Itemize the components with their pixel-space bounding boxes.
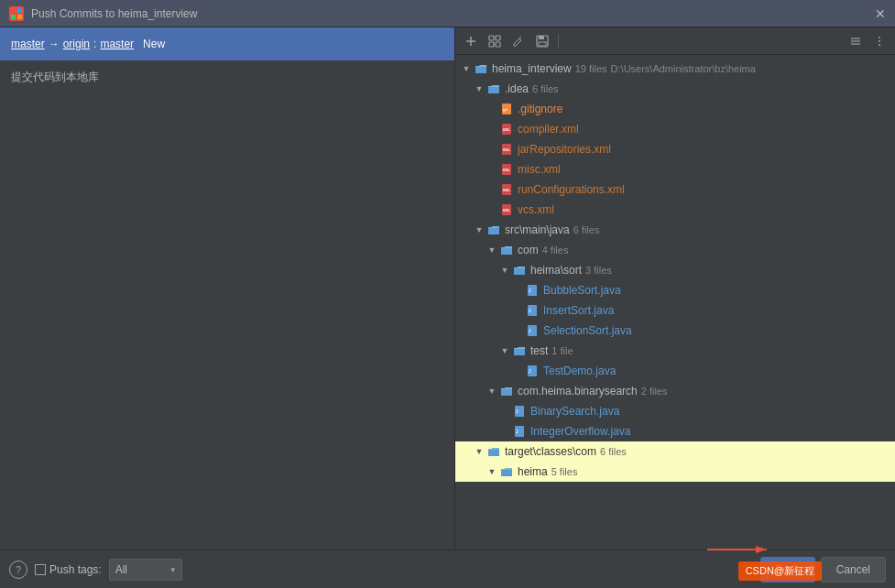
branch-arrow: → [49,38,60,50]
svg-text:XML: XML [503,147,511,152]
root-file-count: 19 files [575,63,607,74]
svg-rect-12 [539,36,544,39]
colon-separator: : [93,38,96,50]
target-folder-name: target\classes\com [505,445,596,458]
chevron-icon: ▼ [486,245,497,256]
run-xml-name: runConfigurations.xml [518,183,625,196]
folder-icon [474,63,488,74]
com-file-count: 4 files [542,245,569,256]
tree-item-compiler-xml[interactable]: ▶ XML compiler.xml [455,119,895,139]
close-button[interactable]: ✕ [875,6,886,21]
chevron-icon: ▼ [474,446,485,457]
svg-text:XML: XML [503,188,511,192]
tree-item-binarysearch[interactable]: ▶ J BinarySearch.java [455,401,895,421]
java-icon: J [512,404,527,419]
com-folder-name: com [518,244,539,256]
push-tags-label: Push tags: [35,563,102,576]
edit-button[interactable] [508,31,529,51]
tree-item-testdemo[interactable]: ▶ J TestDemo.java [455,361,895,381]
svg-line-10 [519,37,521,38]
tree-item-misc-xml[interactable]: ▶ XML misc.xml [455,159,895,180]
help-button[interactable]: ? [9,561,27,579]
tree-item-insertsort[interactable]: ▶ J InsertSort.java [455,300,895,321]
folder-icon [486,224,501,235]
master-branch-link[interactable]: master [11,38,45,50]
collapse-button[interactable] [846,31,866,51]
testdemo-name: TestDemo.java [543,365,616,377]
content-area: master → origin : master New 提交代码到本地库 [0,27,895,550]
tree-item-intoverflow[interactable]: ▶ J IntegerOverflow.java [455,421,895,441]
tree-item-heimasort[interactable]: ▼ heima\sort 3 files [455,260,895,280]
folder-icon [499,386,514,397]
tree-item-target[interactable]: ▼ target\classes\com 6 files [455,441,895,462]
folder-icon [486,83,501,94]
app-icon [9,6,24,21]
tree-item-bubblesort[interactable]: ▶ J BubbleSort.java [455,280,895,300]
intoverflow-name: IntegerOverflow.java [530,425,630,438]
chevron-icon: ▼ [499,345,510,356]
idea-file-count: 6 files [532,83,559,94]
svg-point-19 [879,44,880,46]
java-icon: J [525,323,540,338]
svg-rect-0 [11,8,16,13]
push-tags-checkbox[interactable] [35,564,46,575]
save-button[interactable] [532,31,552,51]
src-folder-name: src\main\java [505,223,570,236]
folder-icon [499,245,514,256]
svg-rect-13 [539,42,546,46]
svg-rect-6 [489,36,494,40]
tree-item-com[interactable]: ▼ com 4 files [455,240,895,260]
tree-item-idea[interactable]: ▼ .idea 6 files [455,79,895,99]
tree-root[interactable]: ▼ heima_interview 19 files D:\Users\Admi… [455,59,895,79]
tree-item-test[interactable]: ▼ test 1 file [455,341,895,361]
tree-item-gitignore[interactable]: ▶ git .gitignore [455,99,895,119]
new-badge: New [143,38,165,50]
src-file-count: 6 files [573,224,600,235]
bottom-bar: ? Push tags: All None Push Cancel CSDN [0,550,895,588]
misc-xml-name: misc.xml [518,163,561,176]
tree-item-selectionsort[interactable]: ▶ J SelectionSort.java [455,321,895,341]
file-tree[interactable]: ▼ heima_interview 19 files D:\Users\Admi… [455,55,895,550]
folder-icon [512,265,527,276]
push-tags-dropdown-wrapper[interactable]: All None [109,559,182,581]
tree-item-comheima[interactable]: ▼ com.heima.binarysearch 2 files [455,381,895,401]
tree-view-button[interactable] [485,31,505,51]
comheima-folder-name: com.heima.binarysearch [518,385,638,397]
comheima-file-count: 2 files [641,386,668,397]
pin-button[interactable] [461,31,481,51]
java-icon: J [512,424,527,439]
main-window: Push Commits to heima_interview ✕ master… [0,0,895,588]
svg-text:XML: XML [503,208,511,212]
xml-icon: XML [499,142,514,157]
tree-item-run-xml[interactable]: ▶ XML runConfigurations.xml [455,180,895,200]
tree-item-src[interactable]: ▼ src\main\java 6 files [455,220,895,240]
heima5-file-count: 5 files [551,466,578,477]
more-button[interactable] [869,31,890,51]
svg-rect-3 [17,15,22,19]
test-folder-name: test [530,344,548,357]
jar-xml-name: jarRepositories.xml [518,143,611,156]
heimasort-folder-name: heima\sort [530,264,582,277]
tree-item-heima5[interactable]: ▼ heima 5 files [455,462,895,482]
svg-text:XML: XML [503,127,511,132]
master2-link[interactable]: master [100,38,134,50]
chevron-icon: ▼ [486,466,497,477]
tree-item-vcs-xml[interactable]: ▶ XML vcs.xml [455,200,895,220]
test-file-count: 1 file [551,345,573,356]
svg-text:git: git [503,107,508,112]
gitignore-icon: git [499,102,514,116]
xml-icon: XML [499,122,514,136]
window-title: Push Commits to heima_interview [31,7,197,20]
origin-link[interactable]: origin [63,38,90,50]
target-file-count: 6 files [600,446,627,457]
push-tags-dropdown[interactable]: All None [109,559,182,581]
svg-rect-8 [489,42,494,47]
commit-message: 提交代码到本地库 [0,60,454,94]
folder-icon [486,446,501,457]
tree-item-jar-xml[interactable]: ▶ XML jarRepositories.xml [455,139,895,159]
left-panel: master → origin : master New 提交代码到本地库 [0,27,455,550]
java-icon: J [525,364,540,378]
cancel-button[interactable]: Cancel [821,557,886,583]
bubblesort-name: BubbleSort.java [543,284,621,297]
chevron-icon: ▼ [474,224,485,235]
